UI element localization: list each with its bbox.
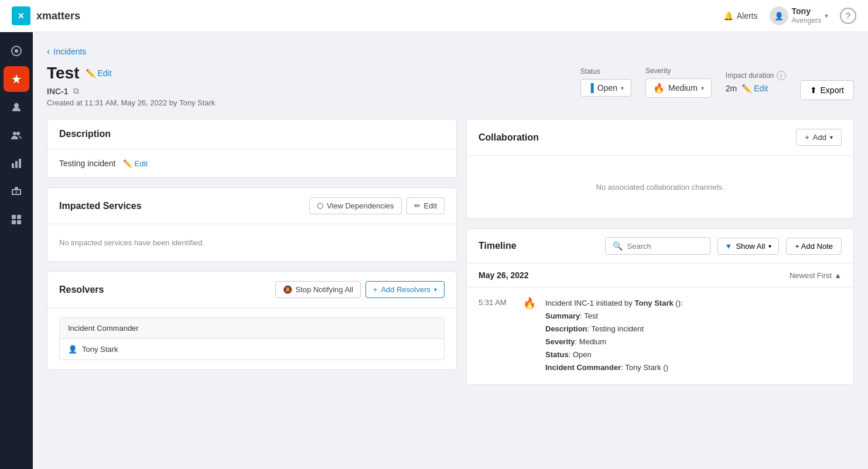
sidebar-item-people[interactable] bbox=[4, 94, 29, 120]
user-info: Tony Avengers bbox=[792, 6, 821, 26]
view-dependencies-button[interactable]: ⬡ View Dependencies bbox=[309, 197, 402, 214]
export-icon: ⬆ bbox=[810, 85, 817, 95]
severity-dropdown[interactable]: 🔥 Medium ▾ bbox=[645, 78, 712, 98]
sidebar-item-campaigns[interactable] bbox=[4, 179, 29, 204]
add-resolvers-label: Add Resolvers bbox=[381, 285, 430, 294]
sidebar-item-dashboard[interactable] bbox=[4, 38, 29, 64]
resolver-group-header: Incident Commander bbox=[60, 318, 444, 339]
svg-point-3 bbox=[15, 49, 18, 53]
stop-notifying-button[interactable]: 🔕 Stop Notifying All bbox=[275, 281, 361, 298]
user-avatar: 👤 bbox=[770, 6, 788, 25]
impacted-services-title: Impacted Services bbox=[59, 201, 142, 211]
event-content: Incident INC-1 initiated by Tony Stark (… bbox=[545, 297, 842, 375]
logo-icon: × bbox=[12, 6, 30, 25]
timeline-title: Timeline bbox=[479, 241, 517, 251]
right-column: Collaboration + Add ▾ No associated coll… bbox=[466, 119, 854, 385]
collaboration-card: Collaboration + Add ▾ No associated coll… bbox=[466, 119, 854, 219]
timeline-event: 5:31 AM 🔥 Incident INC-1 initiated by To… bbox=[467, 287, 853, 385]
export-button[interactable]: ⬆ Export bbox=[800, 80, 854, 100]
impact-edit-button[interactable]: ✏️ Edit bbox=[741, 84, 768, 93]
timeline-search-input[interactable] bbox=[627, 242, 703, 251]
impacted-services-body: No impacted services have been identifie… bbox=[47, 224, 456, 261]
svg-text:×: × bbox=[18, 10, 25, 22]
resolver-group: Incident Commander 👤 Tony Stark bbox=[59, 317, 445, 360]
add-note-button[interactable]: + Add Note bbox=[786, 238, 842, 255]
alerts-button[interactable]: 🔔 Alerts bbox=[723, 11, 758, 20]
chevron-down-icon: ▾ bbox=[825, 12, 828, 20]
show-all-chevron: ▾ bbox=[768, 243, 771, 249]
main-content: ‹ Incidents Test ✏️ Edit INC-1 ⧉ Created… bbox=[33, 32, 868, 469]
incident-id-row: INC-1 ⧉ bbox=[47, 86, 215, 96]
timeline-sort-button[interactable]: Newest First ▲ bbox=[790, 271, 842, 280]
cards-row: Description Testing incident ✏️ Edit Imp… bbox=[47, 119, 854, 385]
status-bars-icon: ▐ bbox=[588, 83, 594, 93]
show-all-button[interactable]: ▼ Show All ▾ bbox=[717, 238, 780, 255]
back-chevron-icon: ‹ bbox=[47, 46, 50, 57]
breadcrumb[interactable]: ‹ Incidents bbox=[47, 46, 854, 57]
description-text: Testing incident bbox=[59, 159, 116, 168]
impacted-services-edit-label: Edit bbox=[424, 201, 437, 210]
sidebar-item-integrations[interactable] bbox=[4, 207, 29, 232]
svg-point-4 bbox=[14, 103, 19, 108]
resolvers-actions: 🔕 Stop Notifying All + Add Resolvers ▾ bbox=[275, 281, 445, 298]
plus-icon-resolvers: + bbox=[373, 285, 378, 294]
sidebar-item-groups[interactable] bbox=[4, 122, 29, 148]
collaboration-add-button[interactable]: + Add ▾ bbox=[796, 129, 842, 146]
status-chevron-icon: ▾ bbox=[621, 85, 624, 91]
sidebar-item-incidents[interactable] bbox=[4, 66, 29, 92]
collaboration-body: No associated collaboration channels. bbox=[467, 156, 853, 218]
impacted-services-card: Impacted Services ⬡ View Dependencies ✏ … bbox=[47, 187, 457, 262]
impact-value-row: 2m ✏️ Edit bbox=[726, 84, 786, 93]
info-icon: i bbox=[777, 71, 786, 80]
event-flame-icon: 🔥 bbox=[523, 297, 536, 375]
bell-off-icon: 🔕 bbox=[283, 285, 292, 294]
copy-icon[interactable]: ⧉ bbox=[73, 86, 79, 96]
svg-rect-14 bbox=[17, 220, 21, 224]
topnav-left: × xmatters bbox=[12, 6, 80, 25]
search-icon: 🔍 bbox=[613, 241, 623, 251]
export-label: Export bbox=[821, 85, 844, 95]
event-time: 5:31 AM bbox=[479, 297, 514, 375]
description-edit-button[interactable]: ✏️ Edit bbox=[123, 159, 148, 168]
status-label: Status bbox=[580, 67, 631, 76]
impacted-services-actions: ⬡ View Dependencies ✏ Edit bbox=[309, 197, 445, 214]
collaboration-header: Collaboration + Add ▾ bbox=[467, 119, 853, 156]
severity-value: Medium bbox=[668, 83, 698, 93]
page-header-left: Test ✏️ Edit INC-1 ⧉ Created at 11:31 AM… bbox=[47, 64, 215, 107]
description-title: Description bbox=[59, 129, 111, 139]
timeline-date: May 26, 2022 bbox=[479, 271, 529, 280]
timeline-search-box[interactable]: 🔍 bbox=[605, 237, 710, 255]
user-name: Tony bbox=[792, 6, 821, 16]
svg-rect-9 bbox=[19, 159, 21, 168]
help-icon: ? bbox=[846, 11, 850, 20]
add-resolvers-button[interactable]: + Add Resolvers ▾ bbox=[365, 281, 445, 298]
status-value: Open bbox=[597, 83, 617, 93]
resolver-group-name: Incident Commander bbox=[68, 324, 139, 333]
impact-value: 2m bbox=[726, 84, 737, 93]
help-button[interactable]: ? bbox=[840, 8, 856, 24]
title-edit-label: Edit bbox=[98, 69, 112, 78]
svg-rect-12 bbox=[17, 215, 21, 219]
title-edit-button[interactable]: ✏️ Edit bbox=[86, 69, 112, 78]
left-column: Description Testing incident ✏️ Edit Imp… bbox=[47, 119, 457, 370]
incident-id: INC-1 bbox=[47, 87, 69, 96]
impacted-services-edit-button[interactable]: ✏ Edit bbox=[406, 197, 445, 214]
svg-point-5 bbox=[13, 132, 16, 135]
breadcrumb-label: Incidents bbox=[53, 47, 86, 56]
page-header-right: Status ▐ Open ▾ Severity 🔥 Medium ▾ bbox=[580, 64, 854, 100]
bell-icon: 🔔 bbox=[723, 11, 733, 20]
resolvers-card: Resolvers 🔕 Stop Notifying All + Add Res… bbox=[47, 271, 457, 370]
user-menu-button[interactable]: 👤 Tony Avengers ▾ bbox=[770, 6, 828, 26]
status-dropdown[interactable]: ▐ Open ▾ bbox=[580, 79, 631, 97]
collaboration-title: Collaboration bbox=[479, 132, 539, 143]
description-edit-label: Edit bbox=[135, 159, 148, 168]
topnav-right: 🔔 Alerts 👤 Tony Avengers ▾ ? bbox=[723, 6, 856, 26]
stop-notifying-label: Stop Notifying All bbox=[296, 285, 353, 294]
show-all-label: Show All bbox=[736, 242, 765, 251]
impacted-services-header: Impacted Services ⬡ View Dependencies ✏ … bbox=[47, 188, 456, 224]
resolver-member-row: 👤 Tony Stark bbox=[60, 339, 444, 360]
resolvers-header: Resolvers 🔕 Stop Notifying All + Add Res… bbox=[47, 272, 456, 308]
plus-icon-collab: + bbox=[805, 133, 809, 142]
sidebar-item-reports[interactable] bbox=[4, 150, 29, 176]
impacted-services-empty: No impacted services have been identifie… bbox=[59, 234, 445, 252]
